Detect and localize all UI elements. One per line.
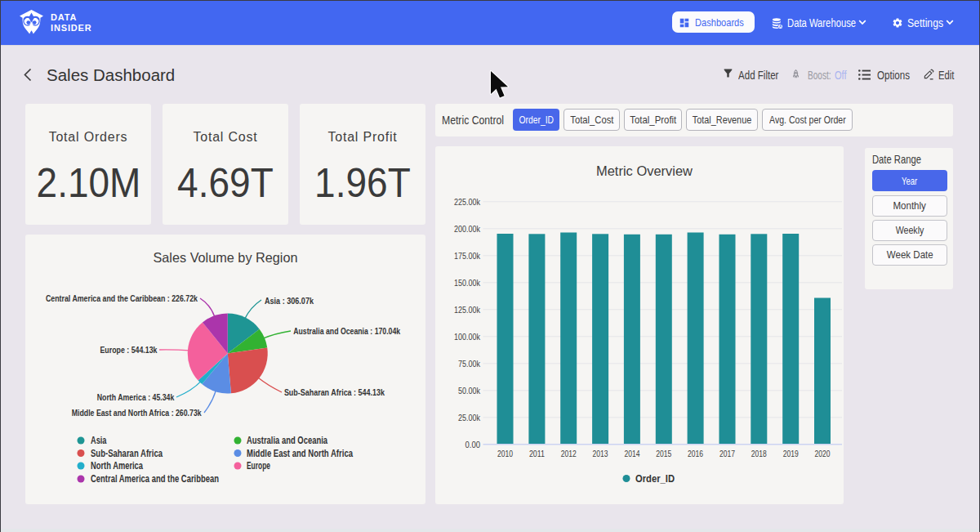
svg-text:North America: North America — [91, 460, 143, 472]
svg-text:0.00: 0.00 — [466, 440, 481, 449]
svg-text:North America : 45.34k: North America : 45.34k — [97, 392, 175, 402]
svg-text:Asia: Asia — [91, 435, 107, 446]
svg-text:2017: 2017 — [719, 449, 735, 458]
svg-text:2018: 2018 — [751, 449, 767, 458]
svg-text:Sales Volume by Region: Sales Volume by Region — [154, 250, 298, 265]
svg-text:Sub-Saharan Africa: Sub-Saharan Africa — [91, 448, 163, 459]
svg-text:Sub-Saharan Africa : 544.13k: Sub-Saharan Africa : 544.13k — [284, 387, 385, 397]
svg-text:Europe: Europe — [247, 460, 270, 472]
svg-text:Australia and Oceania : 170.04: Australia and Oceania : 170.04k — [293, 326, 400, 336]
svg-text:100.00k: 100.00k — [454, 332, 481, 342]
svg-text:2014: 2014 — [624, 449, 639, 458]
svg-text:150.00k: 150.00k — [454, 278, 481, 288]
svg-text:125.00k: 125.00k — [454, 305, 481, 315]
svg-text:50.00k: 50.00k — [458, 386, 481, 396]
svg-text:2012: 2012 — [561, 449, 577, 458]
svg-text:225.00k: 225.00k — [454, 197, 481, 207]
svg-text:2020: 2020 — [815, 449, 831, 458]
svg-text:Europe : 544.13k: Europe : 544.13k — [100, 345, 158, 355]
svg-text:2015: 2015 — [656, 449, 671, 458]
svg-text:Central America and the Caribb: Central America and the Caribbean — [91, 473, 219, 485]
svg-text:2011: 2011 — [529, 449, 545, 458]
svg-text:25.00k: 25.00k — [458, 413, 481, 422]
svg-text:Asia : 306.07k: Asia : 306.07k — [265, 296, 314, 306]
svg-text:Australia and Oceania: Australia and Oceania — [247, 435, 327, 446]
svg-text:Metric Overview: Metric Overview — [596, 163, 693, 179]
svg-text:2010: 2010 — [497, 449, 513, 458]
svg-text:2013: 2013 — [593, 449, 608, 458]
svg-text:75.00k: 75.00k — [458, 359, 481, 369]
svg-text:2016: 2016 — [688, 449, 703, 458]
svg-text:Middle East and North Africa: Middle East and North Africa — [247, 448, 353, 459]
svg-text:2019: 2019 — [783, 449, 799, 458]
svg-text:Central America and the Caribb: Central America and the Caribbean : 226.… — [46, 293, 198, 303]
svg-text:175.00k: 175.00k — [454, 251, 481, 261]
svg-text:Order_ID: Order_ID — [635, 473, 675, 485]
svg-text:Middle East and North Africa :: Middle East and North Africa : 260.73k — [72, 408, 202, 418]
svg-text:200.00k: 200.00k — [454, 224, 481, 234]
